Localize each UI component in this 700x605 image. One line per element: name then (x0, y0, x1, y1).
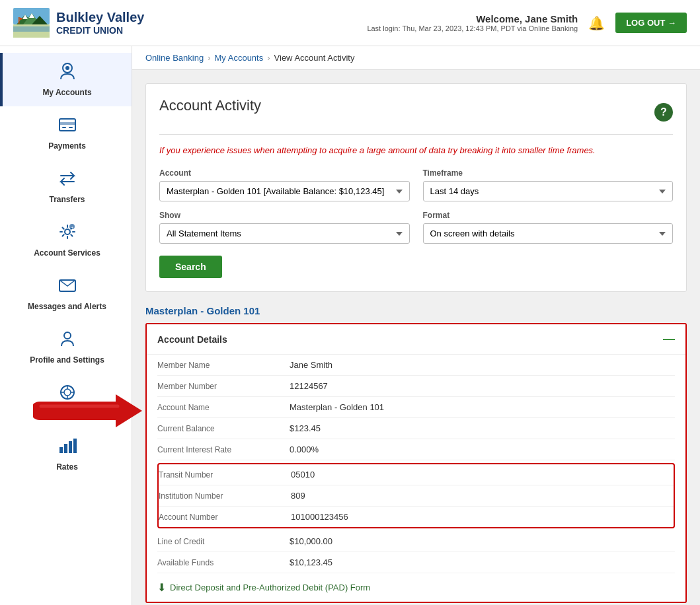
detail-row-member-name: Member Name Jane Smith (157, 355, 675, 376)
payments-icon (58, 116, 77, 139)
detail-row-member-number: Member Number 12124567 (157, 376, 675, 397)
value-account-name: Masterplan - Golden 101 (290, 402, 384, 412)
detail-row-account-name: Account Name Masterplan - Golden 101 (157, 397, 675, 418)
svg-rect-16 (69, 127, 73, 128)
account-details-header: Account Details — (147, 324, 685, 355)
sidebar-label-rates: Rates (56, 462, 78, 472)
value-institution: 809 (291, 491, 305, 501)
form-row-1: Account Masterplan - Golden 101 [Availab… (159, 168, 673, 201)
value-member-number: 12124567 (290, 381, 328, 391)
logo-area: Bulkley Valley CREDIT UNION (13, 8, 144, 38)
red-arrow (33, 384, 145, 439)
svg-point-17 (65, 229, 70, 234)
label-current-balance: Current Balance (157, 424, 290, 433)
svg-point-12 (65, 66, 69, 70)
svg-rect-28 (59, 447, 63, 453)
download-icon: ⬇ (157, 581, 166, 594)
account-section-title: Masterplan - Golden 101 (145, 305, 687, 316)
logo-line2: CREDIT UNION (56, 25, 144, 36)
svg-rect-8 (13, 26, 50, 32)
svg-rect-14 (59, 122, 75, 125)
search-button[interactable]: Search (159, 256, 222, 278)
account-form-group: Account Masterplan - Golden 101 [Availab… (159, 168, 410, 201)
rates-icon (58, 437, 77, 460)
svg-text:+: + (71, 225, 73, 229)
sidebar-label-profile: Profile and Settings (30, 355, 104, 365)
svg-marker-32 (116, 394, 142, 427)
breadcrumb-my-accounts[interactable]: My Accounts (215, 53, 264, 63)
logo-text: Bulkley Valley CREDIT UNION (56, 9, 144, 36)
breadcrumb-bar: Online Banking › My Accounts › View Acco… (132, 46, 700, 70)
sidebar-label-account-services: Account Services (34, 248, 100, 258)
detail-row-current-balance: Current Balance $123.45 (157, 418, 675, 439)
sidebar-label-payments: Payments (48, 141, 86, 151)
page-title: Account Activity (159, 97, 261, 114)
breadcrumb-online-banking[interactable]: Online Banking (145, 53, 204, 63)
value-interest-rate: 0.000% (290, 445, 319, 454)
detail-row-transit: Transit Number 05010 (159, 464, 674, 485)
format-form-group: Format On screen with details (423, 211, 674, 244)
value-current-balance: $123.45 (290, 423, 321, 433)
my-accounts-icon (58, 62, 77, 85)
value-line-of-credit: $10,000.00 (290, 536, 332, 546)
messages-icon (58, 276, 77, 299)
logout-button[interactable]: LOG OUT → (615, 13, 687, 33)
main-content: Online Banking › My Accounts › View Acco… (132, 46, 700, 605)
label-interest-rate: Current Interest Rate (157, 445, 290, 454)
format-label: Format (423, 211, 674, 220)
value-available-funds: $10,123.45 (290, 557, 332, 567)
value-member-name: Jane Smith (290, 360, 332, 370)
detail-row-institution: Institution Number 809 (159, 485, 674, 507)
show-label: Show (159, 211, 410, 220)
svg-rect-30 (69, 441, 72, 453)
value-account-number: 101000123456 (291, 512, 348, 522)
account-section: Masterplan - Golden 101 Acco (145, 305, 687, 603)
show-select[interactable]: All Statement Items (159, 223, 410, 244)
sidebar-item-messages[interactable]: Messages and Alerts (0, 267, 132, 320)
logo-line1: Bulkley Valley (56, 9, 144, 25)
timeframe-form-group: Timeframe Last 14 days (423, 168, 674, 201)
label-member-number: Member Number (157, 382, 290, 391)
highlighted-rows-group: Transit Number 05010 Institution Number … (157, 463, 675, 528)
timeframe-select[interactable]: Last 14 days (423, 181, 674, 201)
sidebar-item-my-accounts[interactable]: My Accounts (0, 53, 132, 106)
svg-rect-29 (64, 444, 67, 453)
sidebar-label-transfers: Transfers (49, 195, 85, 204)
account-label: Account (159, 168, 410, 178)
sidebar-item-profile[interactable]: Profile and Settings (0, 320, 132, 374)
detail-row-account-number: Account Number 101000123456 (159, 507, 674, 527)
dd-link-text: Direct Deposit and Pre-Authorized Debit … (170, 583, 370, 592)
svg-rect-31 (73, 439, 77, 453)
sidebar-item-account-services[interactable]: + Account Services (0, 213, 132, 267)
svg-rect-15 (62, 127, 66, 128)
welcome-area: Welcome, Jane Smith Last login: Thu, Mar… (367, 13, 578, 32)
dd-link[interactable]: ⬇ Direct Deposit and Pre-Authorized Debi… (157, 573, 675, 602)
warning-text: If you experience issues when attempting… (159, 145, 673, 155)
detail-row-interest-rate: Current Interest Rate 0.000% (157, 439, 675, 460)
svg-point-21 (64, 332, 71, 339)
label-account-number: Account Number (159, 513, 291, 522)
format-select[interactable]: On screen with details (423, 223, 674, 244)
account-select[interactable]: Masterplan - Golden 101 [Available Balan… (159, 181, 410, 201)
account-details-card: Account Details — Member Name Jane Smith… (145, 323, 687, 603)
breadcrumb-sep-2: › (267, 53, 270, 63)
sidebar-item-payments[interactable]: Payments (0, 106, 132, 160)
sidebar: My Accounts Payments Transfers (0, 46, 132, 605)
detail-row-available-funds: Available Funds $10,123.45 (157, 552, 675, 573)
collapse-icon[interactable]: — (663, 332, 675, 346)
sidebar-item-transfers[interactable]: Transfers (0, 160, 132, 213)
sidebar-label-my-accounts: My Accounts (42, 88, 91, 97)
label-member-name: Member Name (157, 361, 290, 370)
timeframe-label: Timeframe (423, 168, 674, 178)
help-icon[interactable]: ? (654, 103, 673, 122)
svg-rect-9 (19, 17, 20, 24)
transfers-icon (58, 169, 77, 192)
label-institution: Institution Number (159, 491, 291, 501)
content-area: Account Activity ? If you experience iss… (132, 70, 700, 605)
main-layout: My Accounts Payments Transfers (0, 46, 700, 605)
last-login: Last login: Thu, Mar 23, 2023, 12:43 PM,… (367, 24, 578, 32)
header: Bulkley Valley CREDIT UNION Welcome, Jan… (0, 0, 700, 46)
welcome-name: Welcome, Jane Smith (367, 13, 578, 24)
profile-icon (58, 330, 77, 353)
bell-icon[interactable]: 🔔 (588, 15, 605, 31)
